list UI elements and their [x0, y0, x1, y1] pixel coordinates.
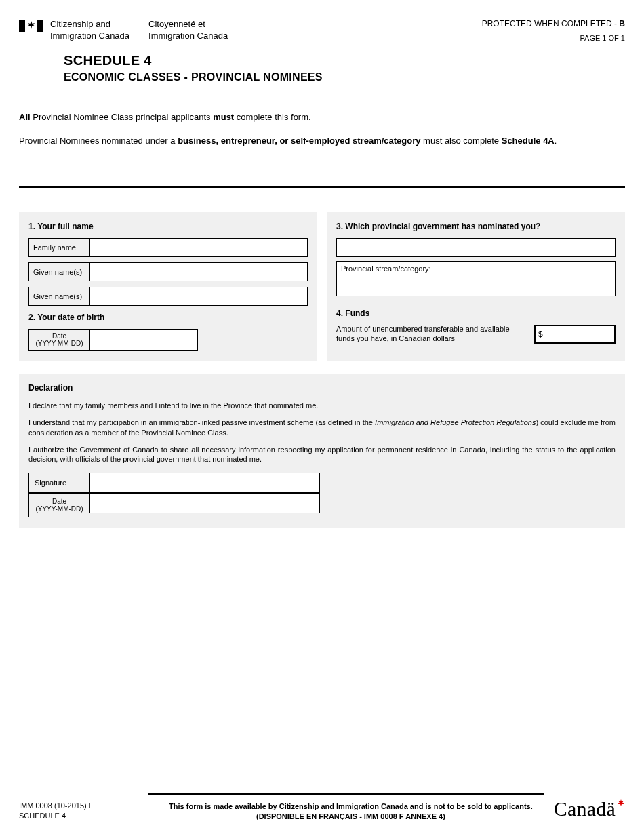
intro2-b: business, entrepreneur, or self-employed… [178, 136, 420, 146]
header-right: PROTECTED WHEN COMPLETED - B PAGE 1 OF 1 [482, 19, 625, 42]
canada-flag-icon [19, 19, 43, 33]
form-number-block: IMM 0008 (10-2015) E SCHEDULE 4 [19, 801, 148, 820]
form-area: 1. Your full name Family name Given name… [19, 212, 625, 361]
intro-post: complete this form. [234, 112, 310, 122]
q1-label: 1. Your full name [28, 222, 308, 231]
decl-date-l2: (YYYY-MM-DD) [35, 505, 83, 513]
footer-line-2: (DISPONIBLE EN FRANÇAIS - IMM 0008 F ANN… [148, 812, 554, 820]
signature-label: Signature [28, 473, 89, 493]
declaration-p2: I understand that my participation in an… [28, 418, 616, 438]
decl-date-l1: Date [52, 498, 66, 505]
svg-rect-1 [37, 20, 43, 32]
declaration-title: Declaration [28, 383, 616, 393]
currency-symbol: $ [538, 330, 543, 339]
intro-must: must [213, 112, 234, 122]
dob-input[interactable] [89, 329, 198, 351]
section-divider [19, 186, 625, 188]
dob-label: Date (YYYY-MM-DD) [28, 329, 89, 351]
family-name-input[interactable] [89, 238, 308, 257]
footer-center: This form is made available by Citizensh… [148, 802, 554, 820]
wordmark-flag-icon [617, 799, 625, 808]
document-header: Citizenship and Immigration Canada Citoy… [19, 19, 625, 42]
funds-amount-input[interactable]: $ [534, 325, 616, 344]
canada-wordmark: Canadä [554, 797, 625, 820]
dept-en-line2: Immigration Canada [50, 31, 129, 42]
decl-p2-b: Immigration and Refugee Protection Regul… [375, 418, 536, 426]
provincial-government-input[interactable] [336, 238, 616, 257]
dept-fr-line2: Immigration Canada [148, 31, 228, 42]
intro2-e: . [555, 136, 557, 146]
footer-schedule: SCHEDULE 4 [19, 811, 148, 820]
given-name-1-label: Given name(s) [28, 262, 89, 281]
declaration-p1: I declare that my family members and I i… [28, 401, 616, 411]
given-name-1-input[interactable] [89, 262, 308, 281]
intro-line-2: Provincial Nominees nominated under a bu… [19, 136, 625, 146]
given-name-2-label: Given name(s) [28, 287, 89, 306]
page-number: PAGE 1 OF 1 [482, 34, 625, 42]
declaration-panel: Declaration I declare that my family mem… [19, 374, 625, 528]
form-number: IMM 0008 (10-2015) E [19, 801, 148, 810]
stream-label: Provincial stream/category: [341, 264, 431, 273]
svg-rect-0 [19, 20, 25, 32]
document-footer: IMM 0008 (10-2015) E SCHEDULE 4 This for… [0, 793, 644, 820]
left-panel: 1. Your full name Family name Given name… [19, 212, 317, 361]
dob-label-l2: (YYYY-MM-DD) [31, 340, 88, 347]
declaration-p3: I authorize the Government of Canada to … [28, 445, 616, 465]
footer-line-1: This form is made available by Citizensh… [148, 802, 554, 810]
q2-label: 2. Your date of birth [28, 313, 308, 322]
declaration-date-input[interactable] [89, 493, 320, 513]
q4-label: 4. Funds [336, 309, 616, 318]
intro2-a: Provincial Nominees nominated under a [19, 136, 178, 146]
protected-level: B [619, 19, 625, 28]
schedule-subtitle: ECONOMIC CLASSES - PROVINCIAL NOMINEES [64, 71, 625, 83]
dob-label-l1: Date [31, 332, 88, 340]
provincial-stream-box[interactable]: Provincial stream/category: [336, 261, 616, 296]
given-name-2-input[interactable] [89, 287, 308, 306]
intro-all: All [19, 112, 31, 122]
department-titles: Citizenship and Immigration Canada Citoy… [50, 19, 228, 42]
declaration-date-label: Date (YYYY-MM-DD) [28, 493, 89, 517]
right-panel: 3. Which provincial government has nomin… [327, 212, 625, 361]
wordmark-text: Canadä [554, 797, 616, 820]
dept-en-line1: Citizenship and [50, 19, 129, 31]
intro-mid: Provincial Nominee Class principal appli… [31, 112, 214, 122]
q3-label: 3. Which provincial government has nomin… [336, 222, 616, 231]
dept-fr-line1: Citoyenneté et [148, 19, 228, 31]
intro2-d: Schedule 4A [502, 136, 555, 146]
family-name-label: Family name [28, 238, 89, 257]
schedule-title: SCHEDULE 4 [64, 53, 625, 68]
decl-p2-a: I understand that my participation in an… [28, 418, 375, 426]
signature-input[interactable] [89, 473, 320, 493]
header-left: Citizenship and Immigration Canada Citoy… [19, 19, 228, 42]
intro2-c: must also complete [421, 136, 502, 146]
protected-label: PROTECTED WHEN COMPLETED - [482, 19, 620, 28]
funds-description: Amount of unencumbered transferable and … [336, 325, 527, 344]
intro-line-1: All Provincial Nominee Class principal a… [19, 112, 625, 122]
